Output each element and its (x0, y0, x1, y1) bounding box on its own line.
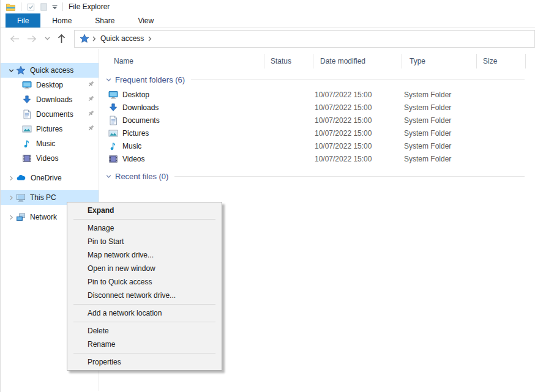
menu-separator (73, 219, 215, 220)
menu-item-open-in-new-window[interactable]: Open in new window (67, 262, 222, 275)
menu-item-disconnect-network-drive[interactable]: Disconnect network drive... (67, 289, 222, 302)
breadcrumb[interactable]: Quick access (99, 34, 145, 43)
column-header-row: NameStatusDate modifiedTypeSize (105, 54, 535, 68)
network-icon (16, 212, 26, 222)
onedrive-icon (16, 173, 26, 183)
file-name-cell: Desktop (99, 90, 259, 100)
menu-item-manage[interactable]: Manage (67, 221, 222, 235)
group-label: Frequent folders (6) (115, 75, 185, 84)
chevron-right-icon[interactable] (6, 194, 16, 201)
forward-icon[interactable] (23, 35, 41, 43)
file-name-label: Music (122, 142, 141, 150)
sidebar-item-music[interactable]: Music (1, 136, 99, 151)
file-date-cell: 10/07/2022 15:00 (308, 155, 397, 163)
menu-item-pin-to-quick-access[interactable]: Pin to Quick access (67, 275, 222, 289)
address-input[interactable]: Quick access (74, 30, 535, 48)
file-explorer-window: { "window": { "title": "File Explorer" }… (0, 0, 535, 392)
sidebar-item-documents[interactable]: Documents (1, 107, 99, 122)
file-type-cell: System Folder (397, 142, 471, 150)
menu-item-delete[interactable]: Delete (67, 324, 222, 338)
group-rule (174, 176, 525, 177)
file-rows: Desktop10/07/2022 15:00System FolderDown… (99, 88, 535, 165)
recent-locations-caret-icon[interactable] (41, 37, 54, 40)
group-header-recent-files[interactable]: Recent files (0) (105, 172, 525, 181)
file-row-music[interactable]: Music10/07/2022 15:00System Folder (99, 139, 535, 152)
sidebar-item-pictures[interactable]: Pictures (1, 122, 99, 136)
quick-access-star-icon (16, 65, 26, 75)
column-header-type[interactable]: Type (402, 54, 477, 68)
file-row-downloads[interactable]: Downloads10/07/2022 15:00System Folder (99, 101, 535, 114)
column-header-status[interactable]: Status (264, 54, 313, 68)
sidebar-item-onedrive[interactable]: OneDrive (1, 171, 99, 185)
sidebar-item-quick-access[interactable]: Quick access (1, 63, 99, 78)
desktop-icon (108, 90, 118, 100)
menu-item-pin-to-start[interactable]: Pin to Start (67, 235, 222, 248)
file-name-label: Documents (122, 116, 160, 125)
desktop-icon (22, 80, 32, 90)
sidebar-item-label: Music (36, 139, 55, 148)
downloads-icon (108, 103, 118, 113)
context-menu: ExpandManagePin to StartMap network driv… (67, 202, 222, 371)
documents-icon (108, 116, 118, 125)
file-row-pictures[interactable]: Pictures10/07/2022 15:00System Folder (99, 127, 535, 139)
sidebar-gap (1, 166, 99, 171)
sidebar-item-downloads[interactable]: Downloads (1, 92, 99, 107)
pin-icon (87, 80, 95, 88)
tab-file[interactable]: File (6, 13, 40, 28)
music-icon (108, 141, 118, 151)
music-icon (22, 139, 32, 149)
explorer-logo-icon[interactable] (4, 2, 18, 12)
sidebar-item-label: Videos (36, 154, 58, 163)
new-item-sheet-icon[interactable] (37, 2, 50, 12)
chevron-down-icon[interactable] (6, 67, 16, 74)
tab-share[interactable]: Share (83, 13, 126, 28)
menu-item-add-a-network-location[interactable]: Add a network location (67, 306, 222, 320)
file-date-cell: 10/07/2022 15:00 (308, 103, 397, 112)
sidebar-item-videos[interactable]: Videos (1, 151, 99, 166)
sidebar-item-label: Documents (36, 110, 73, 119)
sidebar-item-label: Downloads (36, 95, 72, 104)
sidebar-item-desktop[interactable]: Desktop (1, 78, 99, 92)
menu-item-rename[interactable]: Rename (67, 338, 222, 351)
sidebar-item-label: Desktop (36, 81, 63, 89)
file-name-label: Downloads (122, 103, 159, 112)
menu-item-expand[interactable]: Expand (67, 204, 222, 217)
file-name-cell: Documents (99, 116, 259, 125)
breadcrumb-chevron-icon[interactable] (92, 36, 97, 42)
up-icon[interactable] (54, 34, 69, 43)
file-name-cell: Pictures (99, 128, 259, 138)
menu-item-properties[interactable]: Properties (67, 355, 222, 369)
file-row-documents[interactable]: Documents10/07/2022 15:00System Folder (99, 114, 535, 127)
menu-separator (73, 304, 215, 305)
breadcrumb-chevron-icon[interactable] (148, 36, 152, 42)
menu-item-map-network-drive[interactable]: Map network drive... (67, 248, 222, 262)
chevron-right-icon[interactable] (6, 214, 16, 221)
downloads-icon (22, 95, 32, 105)
file-date-cell: 10/07/2022 15:00 (308, 91, 397, 99)
file-name-label: Videos (122, 155, 144, 163)
chevron-right-icon[interactable] (6, 175, 16, 182)
file-name-cell: Music (99, 141, 259, 151)
column-header-date-modified[interactable]: Date modified (313, 54, 402, 68)
properties-check-icon[interactable] (24, 2, 37, 12)
chevron-down-icon[interactable] (105, 173, 112, 180)
window-title: File Explorer (69, 2, 110, 11)
column-header-size[interactable]: Size (477, 54, 526, 68)
menu-separator (73, 353, 215, 353)
qat-separator (62, 2, 63, 11)
file-row-videos[interactable]: Videos10/07/2022 15:00System Folder (99, 152, 535, 165)
chevron-down-icon[interactable] (105, 76, 112, 83)
column-header-name[interactable]: Name (105, 54, 264, 68)
file-row-desktop[interactable]: Desktop10/07/2022 15:00System Folder (99, 88, 535, 101)
group-header-frequent-folders[interactable]: Frequent folders (6) (105, 75, 525, 84)
title-bar: File Explorer (1, 0, 535, 13)
back-icon[interactable] (6, 35, 23, 43)
sidebar-item-label: Pictures (36, 125, 62, 133)
file-date-cell: 10/07/2022 15:00 (308, 129, 397, 138)
tab-home[interactable]: Home (40, 13, 83, 28)
file-type-cell: System Folder (397, 129, 471, 138)
sidebar-gap (1, 185, 99, 190)
tab-view[interactable]: View (126, 13, 165, 28)
file-type-cell: System Folder (397, 155, 471, 163)
customize-caret-icon[interactable] (50, 4, 59, 10)
